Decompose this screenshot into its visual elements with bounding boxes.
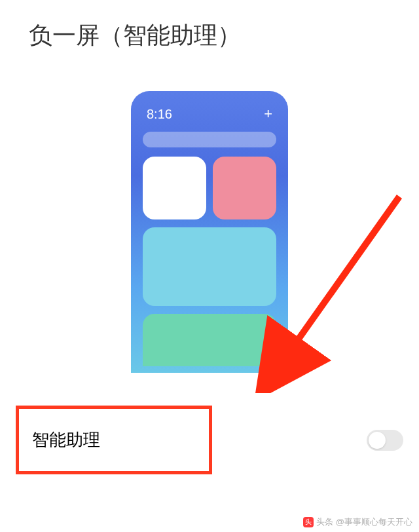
watermark: 头 头条 @事事顺心每天开心 (303, 516, 412, 528)
smart-assistant-toggle[interactable] (367, 430, 403, 451)
preview-tile-cyan (143, 227, 276, 306)
preview-search-bar (143, 132, 276, 147)
preview-tile-white (143, 157, 206, 219)
watermark-text: 头条 @事事顺心每天开心 (316, 516, 412, 528)
toggle-knob (369, 432, 386, 449)
phone-topbar: 8:16 + (143, 103, 276, 132)
setting-label-highlight: 智能助理 (16, 406, 212, 474)
setting-row: 智能助理 (16, 406, 403, 474)
preview-tile-pink (213, 157, 276, 219)
preview-time: 8:16 (147, 107, 172, 122)
preview-tile-green (143, 314, 276, 366)
preview-tiles-row (143, 157, 276, 219)
page-title: 负一屏（智能助理） (0, 0, 419, 52)
watermark-icon: 头 (303, 517, 314, 527)
setting-label: 智能助理 (32, 430, 100, 449)
preview-container: 8:16 + (0, 91, 419, 373)
plus-icon: + (264, 105, 272, 123)
phone-preview: 8:16 + (131, 91, 288, 373)
